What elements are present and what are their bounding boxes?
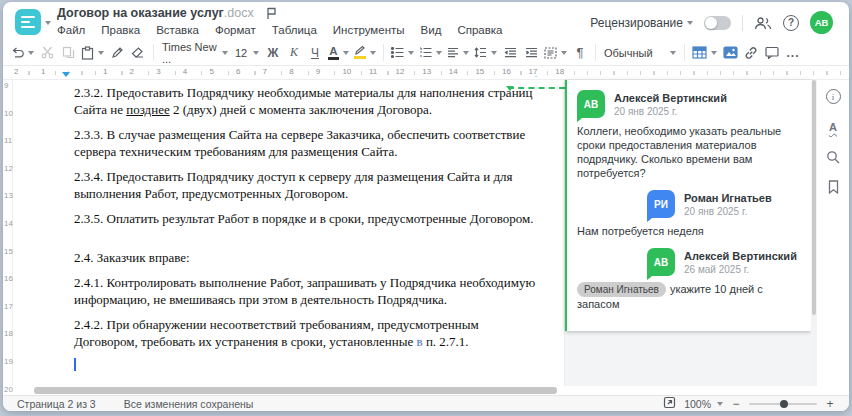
show-formatting-marks-button[interactable]: ¶ [570, 42, 590, 63]
vertical-scrollbar-thumb[interactable] [812, 80, 816, 315]
doc-paragraph[interactable]: 2.4.2. При обнаружении несоответствий тр… [74, 316, 544, 350]
ruler-number: 2 [12, 67, 20, 76]
paste-caret-icon[interactable] [98, 51, 104, 58]
document-info-icon[interactable]: i [825, 88, 842, 105]
zoom-select[interactable]: 100% [684, 398, 723, 410]
insert-comment-button[interactable] [762, 42, 782, 63]
increase-indent-button[interactable] [521, 42, 541, 63]
align-caret-icon[interactable] [463, 51, 469, 58]
ruler-number: 14 [4, 219, 13, 228]
underline-button[interactable]: Ч [305, 42, 325, 63]
ruler-number: 15 [4, 247, 13, 256]
ruler-number: 5 [207, 67, 215, 76]
zoom-slider[interactable] [749, 403, 817, 405]
font-color-caret-icon[interactable] [343, 51, 349, 58]
cut-button[interactable] [37, 42, 57, 63]
search-icon[interactable] [825, 148, 842, 165]
doc-text: 2.3.3. В случае размещения Сайта на серв… [74, 127, 525, 159]
review-toggle[interactable] [704, 16, 731, 30]
comment-text: Роман Игнатьевукажите 10 дней с запасом [577, 282, 801, 311]
page-counter[interactable]: Страница 2 из 3 [17, 398, 96, 410]
bullet-list-caret-icon[interactable] [408, 51, 414, 58]
horizontal-ruler[interactable]: 21123456789101112131415161718 [3, 66, 849, 80]
document-page[interactable]: 2.3.2. Предоставить Подрядчику необходим… [13, 80, 565, 386]
bold-button[interactable]: Ж [263, 42, 283, 63]
menu-item[interactable]: Таблица [272, 24, 317, 36]
numbered-list-caret-icon[interactable] [436, 51, 442, 58]
paste-button[interactable] [79, 42, 106, 63]
highlight-caret-icon[interactable] [370, 51, 376, 58]
document-title: Договор на оказание услуг [57, 6, 224, 20]
italic-button[interactable]: К [284, 42, 304, 63]
menu-item[interactable]: Формат [215, 24, 256, 36]
ruler-number: 12 [394, 67, 407, 76]
ruler-number: 18 [553, 67, 566, 76]
bookmark-icon[interactable] [825, 178, 842, 195]
menu-item[interactable]: Справка [457, 24, 502, 36]
vertical-ruler[interactable]: 91011121314151617181920 [3, 80, 13, 386]
user-avatar[interactable]: АВ [810, 11, 833, 34]
ruler-number: 3 [154, 67, 162, 76]
line-spacing-button[interactable] [472, 42, 499, 63]
paragraph-borders-button[interactable] [542, 42, 569, 63]
doc-paragraph[interactable]: 2.4. Заказчик вправе: [74, 249, 544, 266]
comment-date: 26 май 2025 г. [684, 264, 797, 275]
numbered-list-button[interactable] [417, 42, 444, 63]
favorite-flag-icon[interactable] [266, 7, 277, 20]
borders-caret-icon[interactable] [561, 51, 567, 58]
table-caret-icon[interactable] [711, 51, 717, 58]
comments-panel: АВАлексей Вертинский20 янв 2025 г.Коллег… [565, 80, 811, 386]
users-icon[interactable] [754, 14, 772, 32]
comment-date: 20 янв 2025 г. [614, 106, 727, 117]
more-tools-button[interactable]: ... [783, 42, 803, 63]
insert-link-button[interactable] [741, 42, 761, 63]
app-logo-icon[interactable] [15, 9, 41, 35]
font-size-select[interactable]: 12 [232, 43, 262, 63]
font-color-button[interactable]: А [326, 42, 351, 63]
menu-item[interactable]: Инструменты [333, 24, 405, 36]
spellcheck-icon[interactable]: А [825, 118, 842, 135]
doc-paragraph[interactable]: 2.3.4. Предоставить Подрядчику доступ к … [74, 168, 544, 202]
menu-item[interactable]: Правка [101, 24, 140, 36]
fit-to-page-icon[interactable] [663, 396, 676, 411]
chevron-down-icon [670, 51, 676, 58]
toolbar-divider [684, 44, 685, 61]
ruler-number: 17 [4, 302, 13, 311]
paragraph-style-select[interactable]: Обычный [601, 43, 679, 63]
font-name-select[interactable]: Times New ... [159, 43, 231, 63]
highlight-color-button[interactable] [352, 42, 378, 63]
menu-item[interactable]: Вставка [156, 24, 199, 36]
doc-paragraph[interactable]: 2.3.5. Оплатить результат Работ в порядк… [74, 210, 544, 227]
menu-item[interactable]: Вид [421, 24, 442, 36]
line-spacing-caret-icon[interactable] [491, 51, 497, 58]
document-extension: .docx [224, 6, 254, 20]
mention-badge[interactable]: Роман Игнатьев [577, 282, 666, 297]
format-painter-button[interactable] [107, 42, 127, 63]
review-mode-button[interactable]: Рецензирование [590, 16, 693, 30]
insert-table-button[interactable] [690, 42, 719, 63]
zoom-in-button[interactable]: + [825, 397, 835, 411]
align-button[interactable] [445, 42, 471, 63]
doc-paragraph[interactable]: 2.4.1. Контролировать выполнение Работ, … [74, 274, 544, 308]
doc-paragraph[interactable]: 2.3.3. В случае размещения Сайта на серв… [74, 126, 544, 160]
comment-thread-card[interactable]: АВАлексей Вертинский20 янв 2025 г.Коллег… [565, 80, 811, 331]
decrease-indent-button[interactable] [500, 42, 520, 63]
menu-item[interactable]: Файл [57, 24, 85, 36]
clear-style-button[interactable] [128, 42, 148, 63]
undo-caret-icon[interactable] [28, 51, 34, 58]
doc-text: п. 2.7.1. [423, 334, 469, 349]
logo-caret-icon[interactable] [45, 21, 51, 28]
undo-button[interactable] [9, 42, 36, 63]
ruler-number: 8 [287, 67, 295, 76]
first-line-indent-marker[interactable] [64, 67, 72, 71]
zoom-out-button[interactable]: − [731, 397, 741, 411]
zoom-slider-handle[interactable] [780, 400, 788, 408]
comment-text-span: Нам потребуется неделя [577, 225, 704, 237]
horizontal-scrollbar[interactable] [3, 386, 849, 395]
copy-button[interactable] [58, 42, 78, 63]
doc-paragraph[interactable]: 2.3.2. Предоставить Подрядчику необходим… [74, 84, 544, 118]
horizontal-scrollbar-thumb[interactable] [34, 387, 557, 394]
help-icon[interactable]: ? [783, 15, 799, 31]
bullet-list-button[interactable] [389, 42, 416, 63]
insert-image-button[interactable] [720, 42, 740, 63]
